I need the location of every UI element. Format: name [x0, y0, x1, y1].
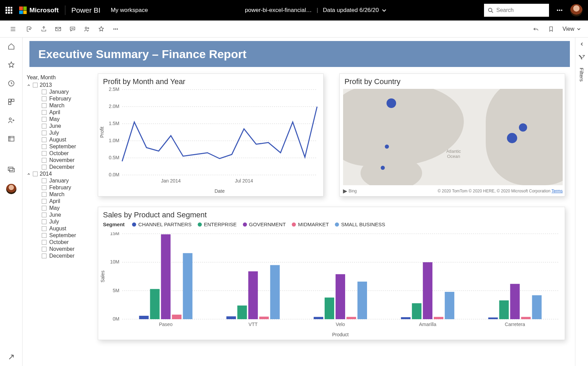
report-title-banner: Executive Summary – Finance Report	[29, 41, 570, 67]
chevron-down-icon[interactable]	[381, 8, 387, 13]
svg-point-6	[72, 28, 73, 29]
workspace-link[interactable]: My workspace	[111, 7, 148, 14]
chart-title: Sales by Product and Segment	[98, 207, 565, 219]
filters-pane-collapsed[interactable]: Filters	[575, 38, 588, 366]
home-icon[interactable]	[7, 42, 15, 51]
slicer-year[interactable]: 2013	[27, 82, 92, 88]
slicer-month[interactable]: May	[42, 205, 92, 211]
comment-icon[interactable]	[69, 26, 76, 32]
map-terms-link[interactable]: Terms	[551, 189, 563, 193]
legend-item[interactable]: MIDMARKET	[292, 221, 329, 227]
brand-label: Microsoft	[29, 6, 59, 14]
svg-rect-47	[172, 315, 182, 319]
sales-by-product-chart[interactable]: Sales by Product and Segment SegmentCHAN…	[98, 207, 565, 340]
slicer-month[interactable]: February	[42, 96, 92, 102]
legend-item[interactable]: GOVERNMENT	[243, 221, 286, 227]
svg-point-12	[117, 28, 118, 29]
shared-icon[interactable]	[7, 116, 15, 124]
workarea: Executive Summary – Finance Report Year,…	[0, 38, 588, 366]
slicer-month[interactable]: January	[42, 178, 92, 184]
share-icon[interactable]	[40, 26, 47, 32]
bookmark-icon[interactable]	[548, 26, 554, 32]
undo-icon[interactable]	[533, 26, 539, 32]
svg-text:5M: 5M	[113, 288, 119, 293]
slicer-month[interactable]: April	[42, 109, 92, 116]
breadcrumb-file[interactable]: power-bi-excel-financial…	[245, 7, 312, 14]
breadcrumb-updated[interactable]: Data updated 6/26/20	[323, 7, 379, 14]
slicer-month[interactable]: June	[42, 212, 92, 218]
breadcrumb-separator: |	[316, 7, 318, 14]
hamburger-icon[interactable]	[10, 26, 16, 32]
slicer-year[interactable]: 2014	[27, 171, 92, 177]
user-avatar[interactable]	[570, 4, 583, 16]
more-icon[interactable]	[112, 26, 119, 32]
mail-icon[interactable]	[55, 26, 62, 32]
slicer-month[interactable]: June	[42, 123, 92, 129]
map-bubble[interactable]	[507, 133, 517, 143]
workspace-avatar[interactable]	[6, 184, 16, 194]
more-options-icon[interactable]	[556, 6, 563, 14]
slicer-month[interactable]: April	[42, 198, 92, 204]
legend-item[interactable]: ENTERPRISE	[198, 221, 237, 227]
svg-text:0M: 0M	[113, 316, 119, 322]
profit-by-month-chart[interactable]: Profit by Month and Year 0.0M0.5M1.0M1.5…	[98, 73, 324, 196]
svg-rect-63	[412, 303, 421, 319]
slicer-month[interactable]: December	[42, 253, 92, 259]
star-icon[interactable]	[98, 26, 105, 32]
filters-icon[interactable]	[579, 54, 585, 60]
apps-icon[interactable]	[7, 98, 15, 106]
slicer-month[interactable]: February	[42, 185, 92, 191]
svg-text:Product: Product	[332, 332, 349, 337]
slicer-month[interactable]: November	[42, 246, 92, 252]
file-export-icon[interactable]	[26, 26, 33, 32]
svg-rect-72	[532, 295, 541, 319]
app-launcher-icon[interactable]	[5, 7, 12, 14]
slicer-month[interactable]: August	[42, 137, 92, 143]
chevron-left-icon[interactable]	[579, 42, 584, 46]
map-background[interactable]: Atlantic Ocean	[343, 89, 563, 185]
teams-icon[interactable]	[83, 26, 90, 32]
year-month-slicer[interactable]: Year, Month 2013JanuaryFebruaryMarchApri…	[27, 74, 92, 260]
slicer-month[interactable]: September	[42, 144, 92, 150]
search-field[interactable]	[496, 7, 544, 13]
svg-point-11	[115, 28, 116, 29]
svg-text:Paseo: Paseo	[159, 322, 173, 327]
slicer-month[interactable]: November	[42, 157, 92, 163]
svg-text:Sales: Sales	[100, 270, 105, 282]
svg-rect-14	[9, 99, 11, 101]
slicer-month[interactable]: January	[42, 89, 92, 95]
map-bubble[interactable]	[381, 166, 385, 170]
slicer-month[interactable]: October	[42, 150, 92, 157]
report-title: Executive Summary – Finance Report	[38, 48, 246, 61]
svg-text:0.0M: 0.0M	[109, 172, 119, 177]
slicer-month[interactable]: December	[42, 164, 92, 170]
slicer-month[interactable]: August	[42, 226, 92, 232]
expand-icon[interactable]	[7, 353, 15, 361]
chart-title: Profit by Country	[340, 74, 565, 86]
app-label[interactable]: Power BI	[71, 6, 101, 14]
slicer-month[interactable]: July	[42, 130, 92, 136]
workspaces-icon[interactable]	[7, 135, 15, 143]
slicer-month[interactable]: March	[42, 191, 92, 198]
map-attribution: © 2020 TomTom © 2020 HERE, © 2020 Micros…	[437, 189, 550, 193]
recent-icon[interactable]	[7, 79, 15, 87]
slicer-month[interactable]: July	[42, 219, 92, 225]
svg-text:Date: Date	[214, 188, 225, 194]
view-menu[interactable]: View	[563, 26, 581, 32]
search-input[interactable]	[484, 4, 549, 17]
deployment-icon[interactable]	[7, 165, 15, 174]
slicer-month[interactable]: March	[42, 103, 92, 109]
slicer-month[interactable]: October	[42, 239, 92, 245]
svg-rect-19	[10, 168, 14, 172]
chart-legend: SegmentCHANNEL PARTNERSENTERPRISEGOVERNM…	[98, 219, 565, 229]
svg-rect-54	[270, 265, 280, 319]
slicer-month[interactable]: September	[42, 232, 92, 239]
favorites-icon[interactable]	[7, 61, 15, 69]
svg-rect-58	[336, 274, 345, 319]
svg-rect-44	[139, 316, 149, 319]
profit-by-country-map[interactable]: Profit by Country Atlantic Ocean ▶Bing ©…	[339, 73, 565, 196]
legend-item[interactable]: CHANNEL PARTNERS	[132, 221, 192, 227]
slicer-month[interactable]: May	[42, 116, 92, 122]
legend-item[interactable]: SMALL BUSINESS	[335, 221, 385, 227]
svg-rect-48	[183, 253, 193, 319]
